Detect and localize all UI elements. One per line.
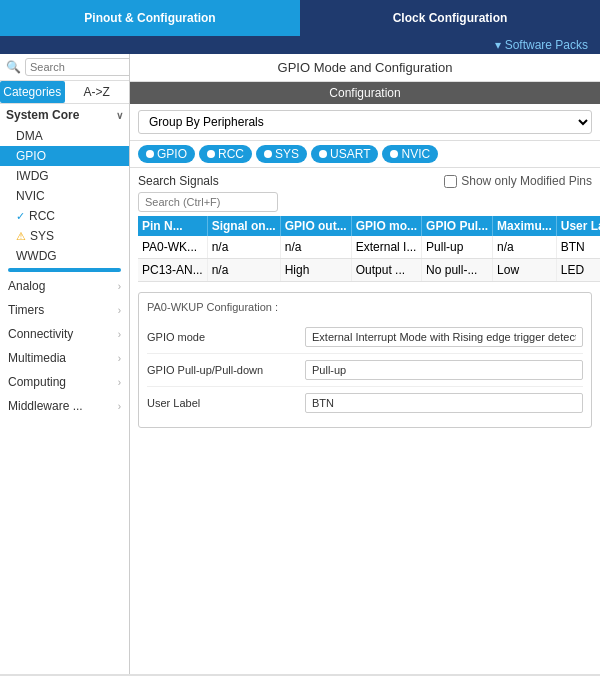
search-icon: 🔍 [6, 60, 21, 74]
cell-signal: n/a [207, 236, 280, 259]
chevron-icon-connectivity: › [118, 329, 121, 340]
peripheral-tabs: GPIO RCC SYS USART NVIC [130, 141, 600, 168]
software-packs-label: Software Packs [505, 38, 588, 52]
gpio-mode-label: GPIO mode [147, 331, 297, 343]
sidebar-item-analog[interactable]: Analog › [0, 274, 129, 298]
cell-pin: PA0-WK... [138, 236, 207, 259]
col-gpio-mode[interactable]: GPIO mo... [351, 216, 421, 236]
sidebar-item-middleware[interactable]: Middleware ... › [0, 394, 129, 418]
config-row-gpio-mode: GPIO mode [147, 321, 583, 354]
sidebar-item-connectivity[interactable]: Connectivity › [0, 322, 129, 346]
group-by-row: Group By Peripherals [130, 104, 600, 141]
sidebar-tabs: Categories A->Z [0, 81, 129, 104]
clock-label: Clock Configuration [393, 11, 508, 25]
table-container: Pin N... Signal on... GPIO out... GPIO m… [130, 216, 600, 282]
sidebar-search-input[interactable] [25, 58, 130, 76]
pa0-config-title: PA0-WKUP Configuration : [147, 301, 583, 313]
cell-gpio-pull: Pull-up [422, 236, 493, 259]
pinout-label: Pinout & Configuration [84, 11, 215, 25]
sys-dot [264, 150, 272, 158]
chevron-icon-middleware: › [118, 401, 121, 412]
gpio-pull-value[interactable] [305, 360, 583, 380]
col-signal[interactable]: Signal on... [207, 216, 280, 236]
content-title: GPIO Mode and Configuration [130, 54, 600, 82]
sidebar-item-dma[interactable]: DMA [0, 126, 129, 146]
system-core-header[interactable]: System Core ∨ [0, 104, 129, 126]
software-packs-bar[interactable]: ▾ Software Packs [0, 36, 600, 54]
search-signals-input[interactable] [138, 192, 278, 212]
ptab-gpio[interactable]: GPIO [138, 145, 195, 163]
cell-gpio-out: High [280, 259, 351, 282]
ptab-sys[interactable]: SYS [256, 145, 307, 163]
gpio-dot [146, 150, 154, 158]
nvic-dot [390, 150, 398, 158]
show-modified-checkbox[interactable] [444, 175, 457, 188]
col-max[interactable]: Maximu... [493, 216, 557, 236]
search-signals-input-row [130, 190, 600, 216]
pa0-config-section: PA0-WKUP Configuration : GPIO mode GPIO … [138, 292, 592, 428]
chevron-down-icon: ▾ [495, 38, 501, 52]
tab-categories[interactable]: Categories [0, 81, 65, 103]
col-gpio-out[interactable]: GPIO out... [280, 216, 351, 236]
group-by-select[interactable]: Group By Peripherals [138, 110, 592, 134]
sidebar-item-computing[interactable]: Computing › [0, 370, 129, 394]
chevron-icon-multimedia: › [118, 353, 121, 364]
pin-table: Pin N... Signal on... GPIO out... GPIO m… [138, 216, 600, 282]
rcc-dot [207, 150, 215, 158]
sidebar-search-area: 🔍 [0, 54, 129, 81]
ptab-nvic[interactable]: NVIC [382, 145, 438, 163]
gpio-pull-label: GPIO Pull-up/Pull-down [147, 364, 297, 376]
sidebar-item-multimedia[interactable]: Multimedia › [0, 346, 129, 370]
pinout-tab[interactable]: Pinout & Configuration [0, 0, 300, 36]
cell-gpio-out: n/a [280, 236, 351, 259]
user-label-value[interactable] [305, 393, 583, 413]
system-core-label: System Core [6, 108, 79, 122]
col-user-label[interactable]: User Label [556, 216, 600, 236]
cell-gpio-mode: External I... [351, 236, 421, 259]
config-header: Configuration [130, 82, 600, 104]
sidebar-divider [8, 268, 121, 272]
chevron-icon-analog: › [118, 281, 121, 292]
user-label-label: User Label [147, 397, 297, 409]
cell-gpio-mode: Output ... [351, 259, 421, 282]
content-area: GPIO Mode and Configuration Configuratio… [130, 54, 600, 674]
chevron-icon: ∨ [116, 110, 123, 121]
chevron-icon-computing: › [118, 377, 121, 388]
cell-user-label: BTN [556, 236, 600, 259]
cell-max: n/a [493, 236, 557, 259]
show-modified-label: Show only Modified Pins [461, 174, 592, 188]
search-signals-label: Search Signals [138, 174, 219, 188]
show-modified-row: Show only Modified Pins [444, 174, 592, 188]
sidebar-item-timers[interactable]: Timers › [0, 298, 129, 322]
usart-dot [319, 150, 327, 158]
sidebar: 🔍 Categories A->Z System Core ∨ DMA GPIO… [0, 54, 130, 674]
chevron-icon-timers: › [118, 305, 121, 316]
gpio-mode-value[interactable] [305, 327, 583, 347]
tab-az[interactable]: A->Z [65, 81, 130, 103]
table-row[interactable]: PA0-WK... n/a n/a External I... Pull-up … [138, 236, 600, 259]
clock-tab[interactable]: Clock Configuration [300, 0, 600, 36]
ptab-rcc[interactable]: RCC [199, 145, 252, 163]
cell-signal: n/a [207, 259, 280, 282]
col-pin[interactable]: Pin N... [138, 216, 207, 236]
search-signals-row: Search Signals Show only Modified Pins [130, 168, 600, 190]
cell-gpio-pull: No pull-... [422, 259, 493, 282]
sidebar-item-rcc[interactable]: ✓RCC [0, 206, 129, 226]
cell-max: Low [493, 259, 557, 282]
warn-icon: ⚠ [16, 230, 26, 243]
ptab-usart[interactable]: USART [311, 145, 378, 163]
sidebar-item-wwdg[interactable]: WWDG [0, 246, 129, 266]
system-core-items: DMA GPIO IWDG NVIC ✓RCC ⚠SYS WWDG [0, 126, 129, 266]
sidebar-item-nvic[interactable]: NVIC [0, 186, 129, 206]
table-row[interactable]: PC13-AN... n/a High Output ... No pull-.… [138, 259, 600, 282]
cell-user-label: LED [556, 259, 600, 282]
col-gpio-pull[interactable]: GPIO Pul... [422, 216, 493, 236]
sidebar-item-gpio[interactable]: GPIO [0, 146, 129, 166]
config-row-pull: GPIO Pull-up/Pull-down [147, 354, 583, 387]
config-row-user-label: User Label [147, 387, 583, 419]
cell-pin: PC13-AN... [138, 259, 207, 282]
check-icon: ✓ [16, 210, 25, 223]
sidebar-item-iwdg[interactable]: IWDG [0, 166, 129, 186]
sidebar-item-sys[interactable]: ⚠SYS [0, 226, 129, 246]
